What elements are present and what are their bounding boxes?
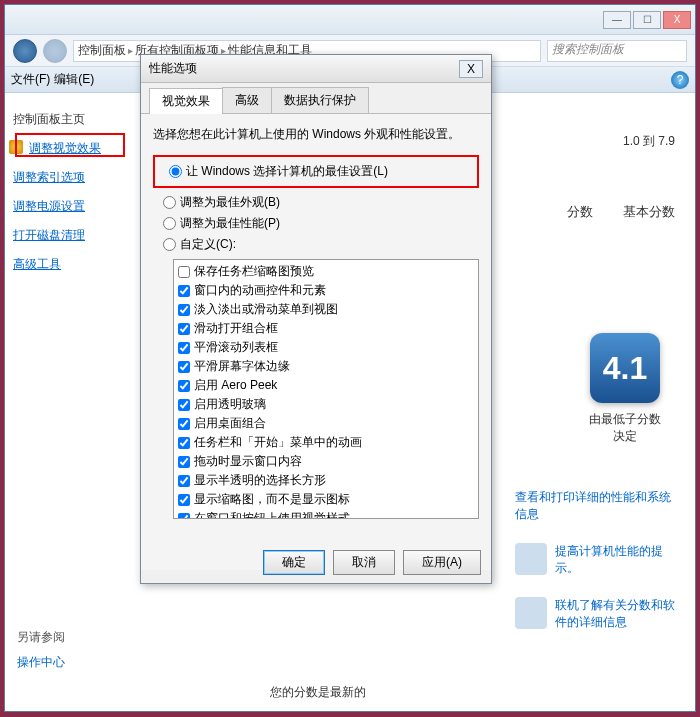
effect-checkbox-row[interactable]: 任务栏和「开始」菜单中的动画 bbox=[176, 433, 476, 452]
effect-label: 在窗口和按钮上使用视觉样式 bbox=[194, 510, 350, 519]
forward-button[interactable] bbox=[43, 39, 67, 63]
effect-checkbox-row[interactable]: 窗口内的动画控件和元素 bbox=[176, 281, 476, 300]
chevron-right-icon: ▸ bbox=[128, 45, 133, 56]
effect-label: 启用桌面组合 bbox=[194, 415, 266, 432]
link-tips[interactable]: 提高计算机性能的提示。 bbox=[515, 543, 675, 577]
close-button[interactable]: X bbox=[663, 11, 691, 29]
col-base: 基本分数 bbox=[623, 203, 675, 221]
effect-checkbox[interactable] bbox=[178, 437, 190, 449]
dialog-titlebar: 性能选项 X bbox=[141, 55, 491, 83]
score-freshness: 您的分数是最新的 bbox=[270, 684, 366, 701]
score-caption: 由最低子分数决定 bbox=[585, 411, 665, 445]
effect-label: 保存任务栏缩略图预览 bbox=[194, 263, 314, 280]
score-range: 1.0 到 7.9 bbox=[623, 133, 675, 150]
effect-checkbox[interactable] bbox=[178, 513, 190, 520]
tab-visual-effects[interactable]: 视觉效果 bbox=[149, 88, 223, 114]
effect-checkbox[interactable] bbox=[178, 475, 190, 487]
tab-dep[interactable]: 数据执行保护 bbox=[271, 87, 369, 113]
sidebar: 控制面板主页 调整视觉效果 调整索引选项 调整电源设置 打开磁盘清理 高级工具 … bbox=[5, 93, 130, 711]
effect-label: 拖动时显示窗口内容 bbox=[194, 453, 302, 470]
effect-checkbox[interactable] bbox=[178, 323, 190, 335]
sidebar-advanced-tools[interactable]: 高级工具 bbox=[11, 250, 124, 279]
effect-checkbox-row[interactable]: 启用透明玻璃 bbox=[176, 395, 476, 414]
effect-checkbox-row[interactable]: 淡入淡出或滑动菜单到视图 bbox=[176, 300, 476, 319]
radio-best-appearance[interactable]: 调整为最佳外观(B) bbox=[163, 194, 479, 211]
see-also-label: 另请参阅 bbox=[17, 629, 65, 646]
radio-best-performance-input[interactable] bbox=[163, 217, 176, 230]
radio-let-windows[interactable]: 让 Windows 选择计算机的最佳设置(L) bbox=[169, 163, 473, 180]
menu-edit[interactable]: 编辑(E) bbox=[54, 71, 94, 88]
help-icon[interactable]: ? bbox=[671, 71, 689, 89]
dialog-title: 性能选项 bbox=[149, 60, 197, 77]
sidebar-visual-effects[interactable]: 调整视觉效果 bbox=[11, 134, 124, 163]
online-icon bbox=[515, 597, 547, 629]
maximize-button[interactable]: ☐ bbox=[633, 11, 661, 29]
effect-label: 淡入淡出或滑动菜单到视图 bbox=[194, 301, 338, 318]
performance-options-dialog: 性能选项 X 视觉效果 高级 数据执行保护 选择您想在此计算机上使用的 Wind… bbox=[140, 54, 492, 584]
col-score: 分数 bbox=[567, 203, 593, 221]
effect-checkbox[interactable] bbox=[178, 380, 190, 392]
effect-checkbox[interactable] bbox=[178, 285, 190, 297]
sidebar-disk-cleanup[interactable]: 打开磁盘清理 bbox=[11, 221, 124, 250]
tab-advanced[interactable]: 高级 bbox=[222, 87, 272, 113]
radio-let-windows-input[interactable] bbox=[169, 165, 182, 178]
cancel-button[interactable]: 取消 bbox=[333, 550, 395, 575]
ok-button[interactable]: 确定 bbox=[263, 550, 325, 575]
effect-checkbox[interactable] bbox=[178, 266, 190, 278]
effect-checkbox-row[interactable]: 显示半透明的选择长方形 bbox=[176, 471, 476, 490]
effect-checkbox[interactable] bbox=[178, 304, 190, 316]
bc-item[interactable]: 控制面板 bbox=[78, 42, 126, 59]
effects-checklist[interactable]: 保存任务栏缩略图预览窗口内的动画控件和元素淡入淡出或滑动菜单到视图滑动打开组合框… bbox=[173, 259, 479, 519]
effect-checkbox-row[interactable]: 平滑屏幕字体边缘 bbox=[176, 357, 476, 376]
effect-label: 启用 Aero Peek bbox=[194, 377, 277, 394]
effect-checkbox-row[interactable]: 显示缩略图，而不是显示图标 bbox=[176, 490, 476, 509]
effect-checkbox-row[interactable]: 平滑滚动列表框 bbox=[176, 338, 476, 357]
radio-custom-input[interactable] bbox=[163, 238, 176, 251]
effect-checkbox-row[interactable]: 拖动时显示窗口内容 bbox=[176, 452, 476, 471]
apply-button[interactable]: 应用(A) bbox=[403, 550, 481, 575]
dialog-description: 选择您想在此计算机上使用的 Windows 外观和性能设置。 bbox=[153, 126, 479, 143]
effect-checkbox[interactable] bbox=[178, 342, 190, 354]
effect-checkbox-row[interactable]: 保存任务栏缩略图预览 bbox=[176, 262, 476, 281]
menu-file[interactable]: 文件(F) bbox=[11, 71, 50, 88]
radio-best-performance[interactable]: 调整为最佳性能(P) bbox=[163, 215, 479, 232]
effect-checkbox-row[interactable]: 启用 Aero Peek bbox=[176, 376, 476, 395]
effect-checkbox-row[interactable]: 启用桌面组合 bbox=[176, 414, 476, 433]
sidebar-home[interactable]: 控制面板主页 bbox=[11, 105, 124, 134]
effect-checkbox[interactable] bbox=[178, 494, 190, 506]
effect-checkbox[interactable] bbox=[178, 399, 190, 411]
link-print-details[interactable]: 查看和打印详细的性能和系统信息 bbox=[515, 489, 675, 523]
search-input[interactable]: 搜索控制面板 bbox=[547, 40, 687, 62]
effect-checkbox-row[interactable]: 在窗口和按钮上使用视觉样式 bbox=[176, 509, 476, 519]
effect-checkbox[interactable] bbox=[178, 361, 190, 373]
effect-label: 显示缩略图，而不是显示图标 bbox=[194, 491, 350, 508]
effect-checkbox[interactable] bbox=[178, 418, 190, 430]
dialog-close-button[interactable]: X bbox=[459, 60, 483, 78]
effect-label: 滑动打开组合框 bbox=[194, 320, 278, 337]
back-button[interactable] bbox=[13, 39, 37, 63]
effect-checkbox[interactable] bbox=[178, 456, 190, 468]
tips-icon bbox=[515, 543, 547, 575]
effect-label: 平滑滚动列表框 bbox=[194, 339, 278, 356]
effect-checkbox-row[interactable]: 滑动打开组合框 bbox=[176, 319, 476, 338]
effect-label: 启用透明玻璃 bbox=[194, 396, 266, 413]
link-learn-online[interactable]: 联机了解有关分数和软件的详细信息 bbox=[515, 597, 675, 631]
action-center-link[interactable]: 操作中心 bbox=[17, 654, 65, 671]
dialog-tabs: 视觉效果 高级 数据执行保护 bbox=[141, 83, 491, 114]
sidebar-indexing[interactable]: 调整索引选项 bbox=[11, 163, 124, 192]
score-badge: 4.1 bbox=[590, 333, 660, 403]
titlebar: — ☐ X bbox=[5, 5, 695, 35]
radio-best-appearance-input[interactable] bbox=[163, 196, 176, 209]
radio-custom[interactable]: 自定义(C): bbox=[163, 236, 479, 253]
minimize-button[interactable]: — bbox=[603, 11, 631, 29]
effect-label: 显示半透明的选择长方形 bbox=[194, 472, 326, 489]
watermark: 系统之家 bbox=[634, 691, 690, 709]
effect-label: 窗口内的动画控件和元素 bbox=[194, 282, 326, 299]
effect-label: 任务栏和「开始」菜单中的动画 bbox=[194, 434, 362, 451]
sidebar-power[interactable]: 调整电源设置 bbox=[11, 192, 124, 221]
effect-label: 平滑屏幕字体边缘 bbox=[194, 358, 290, 375]
